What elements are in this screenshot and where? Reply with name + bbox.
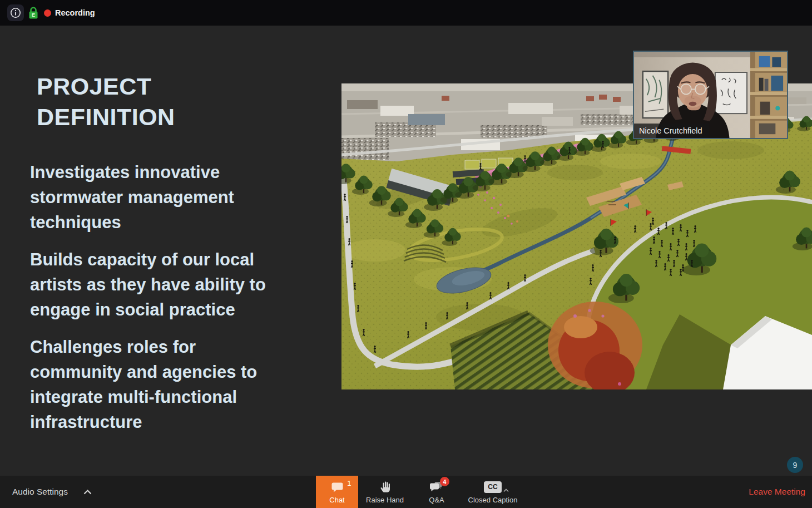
info-icon	[10, 7, 21, 18]
recording-dot-icon	[44, 9, 51, 17]
raise-hand-button[interactable]: Raise Hand	[358, 476, 412, 508]
qa-unread-badge: 4	[440, 477, 449, 486]
leave-meeting-button[interactable]: Leave Meeting	[749, 476, 805, 508]
toolbar-center-buttons: 1 Chat Raise Hand 4 Q&A	[316, 476, 524, 508]
picture-frame	[643, 71, 668, 118]
chat-label: Chat	[329, 496, 344, 504]
recording-indicator: Recording	[44, 8, 95, 17]
lock-icon: E	[28, 7, 38, 19]
shared-screen-slide: PROJECT DEFINITION Investigates innovati…	[0, 26, 812, 476]
slide-text-block: PROJECT DEFINITION Investigates innovati…	[30, 71, 350, 435]
participant-name: Nicole Crutchfield	[639, 126, 702, 135]
slide-bullet-1: Investigates innovative stormwater manag…	[30, 160, 350, 235]
participants-count-badge[interactable]: 9	[787, 457, 803, 473]
svg-text:E: E	[32, 12, 35, 17]
closed-caption-label: Closed Caption	[468, 496, 518, 504]
qa-button[interactable]: 4 Q&A	[412, 476, 462, 508]
meeting-info-button[interactable]	[7, 4, 24, 21]
slide-bullet-2: Builds capacity of our local artists as …	[30, 248, 350, 323]
slide-bullet-3: Challenges roles for community and agenc…	[30, 335, 350, 435]
chat-unread-badge: 1	[347, 479, 351, 487]
participant-name-label: Nicole Crutchfield	[634, 124, 709, 138]
chevron-up-icon[interactable]	[83, 490, 92, 495]
chat-button[interactable]: 1 Chat	[316, 476, 358, 508]
raise-hand-icon	[379, 481, 391, 493]
encryption-indicator[interactable]: E	[28, 7, 38, 19]
cc-icon: CC	[484, 481, 502, 493]
bookshelf	[750, 52, 787, 138]
participant-video-tile[interactable]: Nicole Crutchfield	[633, 51, 788, 139]
meeting-toolbar: Audio Settings 1 Chat Raise Hand	[0, 476, 812, 508]
leave-meeting-label: Leave Meeting	[749, 487, 805, 497]
recording-label: Recording	[55, 8, 95, 17]
qa-label: Q&A	[429, 496, 444, 504]
chat-bubble-icon	[331, 482, 344, 492]
slide-title: PROJECT DEFINITION	[37, 71, 350, 132]
audio-settings-button[interactable]: Audio Settings	[12, 476, 92, 508]
whiteboard	[715, 72, 747, 114]
meeting-top-bar: E Recording	[0, 0, 812, 26]
audio-settings-label: Audio Settings	[12, 487, 68, 497]
closed-caption-button[interactable]: CC Closed Caption	[462, 476, 524, 508]
raise-hand-label: Raise Hand	[366, 496, 404, 504]
cc-chevron-up-icon[interactable]	[503, 485, 509, 495]
